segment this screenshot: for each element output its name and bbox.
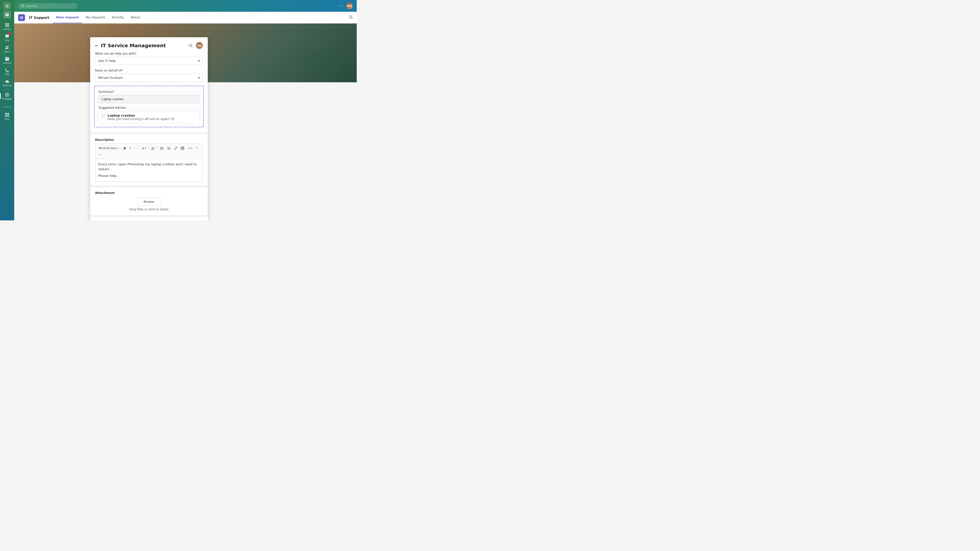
apps-plus-icon (4, 112, 10, 118)
toolbar-divider-1 (121, 146, 121, 150)
search-placeholder: Search (26, 4, 37, 8)
font-color-chevron-icon: ▾ (154, 147, 155, 149)
summary-dashed-section: Summary* Suggested articles 📄 Laptop cra… (94, 86, 204, 127)
text-style-select[interactable]: Normal text ▾ (97, 146, 120, 151)
svg-point-20 (22, 5, 24, 7)
form-search-icon[interactable] (187, 42, 194, 49)
toolbar-divider-3 (149, 146, 149, 150)
summary-input[interactable] (99, 95, 199, 103)
font-color-button[interactable]: A ▾ (150, 146, 157, 151)
article-content: Laptop crashes Have you tried turning it… (108, 114, 174, 121)
tab-new-request[interactable]: New request (53, 12, 82, 23)
svg-rect-16 (5, 115, 7, 117)
topbar-more-icon[interactable]: ··· (339, 4, 343, 8)
quote-button[interactable]: " (194, 145, 199, 151)
search-icon (21, 4, 24, 8)
raise-behalf-dropdown[interactable]: Miriam Graham ▾ (95, 74, 203, 82)
suggested-article-item[interactable]: 📄 Laptop crashes Have you tried turning … (99, 111, 199, 123)
what-help-dropdown[interactable]: Get IT help ▾ (95, 57, 203, 65)
sidebar-item-onedrive[interactable]: OneDrive (0, 77, 14, 88)
bullet-list-button[interactable] (159, 146, 165, 151)
sidebar-more-btn[interactable]: ••• (0, 103, 14, 110)
chat-badge: 1 (8, 32, 11, 35)
article-title: Laptop crashes (108, 114, 174, 117)
numbered-list-icon: 1.2.3. (167, 146, 170, 150)
raise-behalf-label: Raise on behalf of* (95, 69, 203, 72)
search-bar[interactable]: Search (18, 3, 77, 9)
numbered-list-button[interactable]: 1.2.3. (165, 146, 172, 151)
tab-about[interactable]: About (128, 12, 143, 23)
svg-line-23 (352, 18, 353, 19)
what-help-value: Get IT help (98, 59, 116, 63)
back-icon[interactable]: ← (95, 43, 98, 48)
toolbar-divider-4 (158, 146, 158, 150)
editor-content[interactable]: Every time I open Photoshop my laptop cr… (95, 159, 203, 181)
svg-rect-3 (7, 23, 9, 25)
teams-icon (4, 44, 10, 51)
code-button[interactable]: </> (186, 146, 194, 151)
svg-point-22 (349, 16, 352, 18)
article-subtitle: Have you tried turning it off and on aga… (108, 117, 174, 121)
teams-logo-icon[interactable]: T (3, 11, 11, 19)
form-user-avatar[interactable]: MG (196, 42, 203, 49)
tab-my-requests[interactable]: My requests (83, 12, 108, 23)
sidebar-item-apps[interactable]: Apps (0, 110, 14, 122)
calls-icon (4, 67, 10, 73)
nav-tabs: New request My requests Activity About (53, 12, 143, 23)
attachment-label: Attachment (95, 191, 203, 195)
svg-rect-4 (5, 25, 7, 27)
sidebar-item-activity[interactable]: Activity (0, 21, 14, 32)
form-title: IT Service Management (101, 43, 165, 49)
sidebar-item-chat[interactable]: 1 Chat (0, 32, 14, 43)
user-avatar[interactable]: MG (346, 2, 353, 9)
svg-line-21 (24, 6, 24, 8)
topbar: Search ··· MG (14, 0, 357, 12)
browse-button[interactable]: Browse (137, 198, 160, 206)
chat-label: Chat (5, 40, 10, 41)
itsupport-icon (4, 92, 10, 98)
apps-grid-icon[interactable]: ⊞ (3, 2, 11, 10)
article-icon: 📄 (101, 114, 106, 119)
sidebar-item-itsupport[interactable]: IT Support (0, 91, 14, 102)
more-dots-icon: ••• (3, 105, 11, 109)
svg-point-31 (161, 149, 161, 150)
summary-label: Summary* (99, 90, 199, 94)
table-button[interactable] (179, 146, 186, 151)
link-button[interactable] (172, 146, 179, 151)
form-panel: ← IT Service Management MG What can we h… (90, 37, 208, 221)
align-button[interactable]: ≡ ▾ (140, 146, 148, 151)
svg-point-6 (6, 46, 7, 48)
svg-point-29 (161, 148, 161, 149)
calls-label: Calls (5, 73, 9, 75)
app-title: IT Support (29, 16, 49, 20)
italic-button[interactable]: I (128, 146, 132, 151)
tab-activity[interactable]: Activity (109, 12, 127, 23)
sidebar-item-teams[interactable]: Teams (0, 43, 14, 54)
sidebar-item-calls[interactable]: Calls (0, 66, 14, 77)
itsupport-label: IT Support (2, 98, 12, 100)
chat-icon: 1 (4, 33, 10, 39)
horizontal-rule-button[interactable]: — (97, 152, 103, 157)
calendar-icon (4, 56, 10, 62)
description-line-2: Please help. (98, 173, 200, 178)
sidebar-item-calendar[interactable]: Calendar (0, 54, 14, 66)
app-logo: Q (18, 14, 25, 21)
svg-rect-39 (181, 147, 184, 149)
more-formats-button[interactable]: ··· (132, 146, 138, 151)
svg-point-7 (8, 46, 9, 47)
svg-line-26 (191, 46, 192, 47)
apps-label: Apps (5, 118, 10, 120)
header-search-icon[interactable] (349, 15, 353, 20)
svg-point-25 (189, 44, 192, 46)
app-header: Q IT Support New request My requests Act… (14, 12, 357, 24)
what-help-label: What can we help you with? (95, 52, 203, 56)
svg-rect-14 (5, 113, 7, 114)
bold-button[interactable]: B (122, 146, 127, 151)
form-header: ← IT Service Management MG (90, 37, 208, 52)
device-section: Device PC Laptop Tablet (90, 215, 208, 221)
editor-toolbar: Normal text ▾ B I ··· ≡ ▾ A (95, 143, 203, 159)
description-label: Description (95, 138, 203, 141)
topbar-right: ··· MG (339, 2, 353, 9)
calendar-label: Calendar (3, 62, 11, 64)
svg-text:T: T (6, 14, 8, 16)
